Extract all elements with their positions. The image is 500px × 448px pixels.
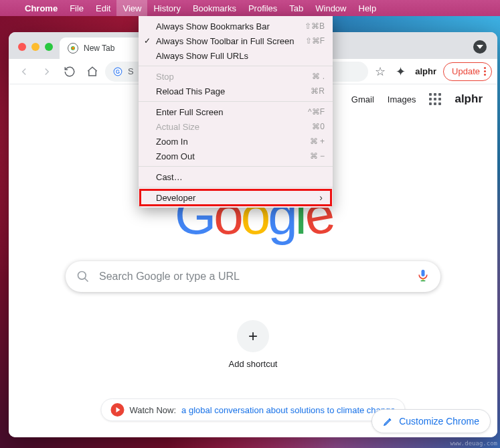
menu-separator [139,166,333,167]
menubar-tab[interactable]: Tab [283,0,309,16]
view-menu-dropdown: Always Show Bookmarks Bar ⇧⌘B ✓ Always S… [139,16,333,208]
menu-developer[interactable]: Developer › [141,190,331,205]
menubar-app[interactable]: Chrome [19,0,64,16]
menu-zoom-out[interactable]: Zoom Out ⌘ − [139,149,333,163]
voice-search-icon[interactable] [416,269,430,285]
menu-separator [139,66,333,66]
reload-button[interactable] [60,62,80,82]
menu-always-show-full-urls[interactable]: Always Show Full URLs [139,48,333,63]
menubar-edit[interactable]: Edit [90,0,116,16]
add-shortcut[interactable]: + Add shortcut [229,320,278,369]
menubar-help[interactable]: Help [353,0,383,16]
tab-title: New Tab [84,44,114,53]
google-g-icon: G [113,67,122,76]
alphr-logo[interactable]: alphr [454,92,483,106]
play-icon [110,403,124,417]
google-apps-icon[interactable] [429,93,441,105]
checkmark-icon: ✓ [144,36,151,46]
menu-separator [139,101,333,102]
plus-icon: + [237,320,269,352]
gmail-link[interactable]: Gmail [351,94,374,104]
alphr-extension-badge[interactable]: alphr [411,66,440,76]
menu-always-show-bookmarks-bar[interactable]: Always Show Bookmarks Bar ⇧⌘B [139,19,333,33]
promo-banner[interactable]: Watch Now: a global conversation about s… [100,398,405,421]
search-box[interactable]: Search Google or type a URL [66,261,440,292]
menu-separator [139,187,333,188]
bookmark-star-icon[interactable]: ☆ [371,64,390,79]
menu-actual-size: Actual Size ⌘0 [139,119,333,134]
menu-cast[interactable]: Cast… [139,169,333,184]
ntp-top-links: Gmail Images alphr [351,92,483,106]
svg-rect-3 [422,270,425,277]
extension-dropdown-icon [473,40,487,54]
zoom-window-button[interactable] [45,43,53,51]
menubar-file[interactable]: File [64,0,90,16]
minimize-window-button[interactable] [31,43,39,51]
images-link[interactable]: Images [388,94,416,104]
search-icon [76,270,90,283]
close-window-button[interactable] [18,43,26,51]
customize-chrome-button[interactable]: Customize Chrome [371,409,491,433]
forward-button[interactable] [37,62,57,82]
home-button[interactable] [82,62,102,82]
watermark: www.deuag.com [450,440,497,447]
menu-reload-this-page[interactable]: Reload This Page ⌘R [139,84,333,98]
pencil-icon [383,416,394,427]
menubar-window[interactable]: Window [309,0,352,16]
tabstrip-extension[interactable] [473,40,487,54]
search-placeholder: Search Google or type a URL [99,271,407,283]
chevron-right-icon: › [319,192,323,203]
shortcut-label: Add shortcut [229,359,278,369]
svg-point-2 [78,272,86,280]
window-controls [18,43,53,51]
menu-stop: Stop ⌘ . [139,69,333,84]
back-button[interactable] [14,62,34,82]
menu-always-show-toolbar-full-screen[interactable]: ✓ Always Show Toolbar in Full Screen ⇧⌘F [139,33,333,48]
menubar-profiles[interactable]: Profiles [242,0,283,16]
banner-lead: Watch Now: [129,405,176,415]
banner-link[interactable]: a global conversation about solutions to… [181,405,395,415]
omnibox-text: S [128,66,134,76]
update-button[interactable]: Update [443,62,492,81]
menu-zoom-in[interactable]: Zoom In ⌘ + [139,134,333,149]
menubar-history[interactable]: History [147,0,186,16]
menu-enter-full-screen[interactable]: Enter Full Screen ^⌘F [139,104,333,119]
svg-text:G: G [116,68,120,74]
kebab-menu-icon [484,67,486,76]
menubar-bookmarks[interactable]: Bookmarks [187,0,242,16]
extensions-puzzle-icon[interactable]: ✦ [392,64,408,79]
menubar-view[interactable]: View [116,0,147,16]
macos-menubar: Chrome File Edit View History Bookmarks … [0,0,500,16]
chrome-favicon-icon [68,43,78,54]
